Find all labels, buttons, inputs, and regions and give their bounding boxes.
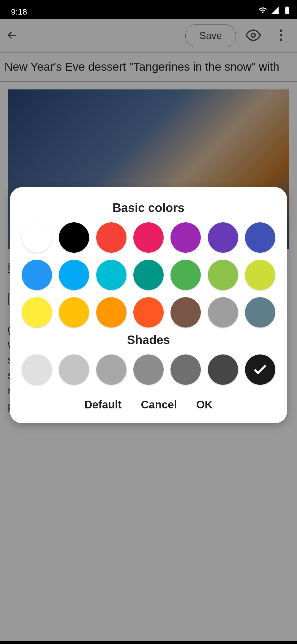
shade-swatch-shade-1[interactable] <box>22 354 52 385</box>
color-swatch-indigo[interactable] <box>245 222 275 253</box>
shade-swatch-shade-3[interactable] <box>96 354 127 385</box>
signal-icon <box>271 6 279 17</box>
ok-button[interactable]: OK <box>196 399 213 411</box>
color-swatch-orange[interactable] <box>96 297 127 328</box>
basic-colors-title: Basic colors <box>18 201 279 215</box>
color-swatch-black[interactable] <box>59 222 89 253</box>
color-swatch-purple[interactable] <box>170 222 201 253</box>
color-swatch-deep-purple[interactable] <box>208 222 238 253</box>
battery-icon <box>283 6 292 17</box>
status-bar: 9:18 <box>0 0 297 19</box>
status-time: 9:18 <box>11 7 27 17</box>
status-right <box>258 6 292 17</box>
wifi-icon <box>258 6 267 17</box>
shade-swatch-shade-4[interactable] <box>133 354 164 385</box>
shades-title: Shades <box>18 333 279 347</box>
check-icon <box>252 361 268 378</box>
shade-swatch-shade-2[interactable] <box>59 354 89 385</box>
color-swatch-brown[interactable] <box>170 297 201 328</box>
color-swatch-teal[interactable] <box>133 260 164 290</box>
color-swatch-lime[interactable] <box>245 260 275 290</box>
color-swatch-light-blue[interactable] <box>59 260 89 290</box>
shades-grid <box>18 354 279 385</box>
color-swatch-deep-orange[interactable] <box>133 297 164 328</box>
color-swatch-blue-gray[interactable] <box>245 297 275 328</box>
color-swatch-blue[interactable] <box>22 260 52 290</box>
dialog-buttons: Default Cancel OK <box>18 399 279 411</box>
basic-colors-grid <box>18 222 279 328</box>
shade-swatch-shade-5[interactable] <box>170 354 201 385</box>
shade-swatch-shade-6[interactable] <box>208 354 238 385</box>
color-swatch-gray[interactable] <box>208 297 238 328</box>
color-swatch-green[interactable] <box>170 260 201 290</box>
color-swatch-red[interactable] <box>96 222 127 253</box>
color-swatch-cyan[interactable] <box>96 260 127 290</box>
color-swatch-yellow[interactable] <box>22 297 52 328</box>
cancel-button[interactable]: Cancel <box>141 399 177 411</box>
color-swatch-white[interactable] <box>22 222 52 253</box>
color-swatch-amber[interactable] <box>59 297 89 328</box>
color-swatch-pink[interactable] <box>133 222 164 253</box>
color-picker-dialog: Basic colors Shades Default Cancel OK <box>10 187 287 423</box>
color-swatch-light-green[interactable] <box>208 260 238 290</box>
default-button[interactable]: Default <box>84 399 122 411</box>
shade-swatch-shade-7[interactable] <box>245 354 275 385</box>
